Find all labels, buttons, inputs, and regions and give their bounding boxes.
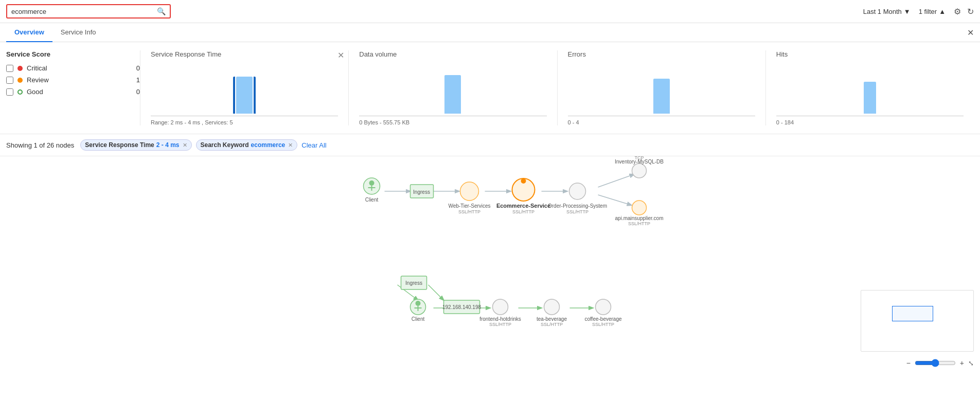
- volume-bar: [444, 75, 461, 114]
- node-inventory-mysql[interactable]: Inventory-MySQL-DB TCP: [615, 156, 664, 178]
- filter-chip-keyword[interactable]: Search Keyword ecommerce ✕: [196, 139, 298, 151]
- node-inventory-sublabel: TCP: [635, 156, 644, 160]
- filter-chip-response-time[interactable]: Service Response Time 2 - 4 ms ✕: [80, 139, 191, 151]
- good-checkbox[interactable]: [6, 88, 13, 96]
- tab-service-info[interactable]: Service Info: [52, 23, 104, 42]
- node-client-lower[interactable]: Client: [411, 299, 426, 322]
- node-ip192[interactable]: 192.168.140.198: [442, 300, 482, 314]
- svg-point-5: [460, 182, 479, 201]
- nodes-count-label: Showing 1 of 26 nodes: [6, 141, 74, 149]
- hits-bar: [864, 82, 876, 114]
- response-range: Range: 2 ms - 4 ms , Services: 5: [151, 119, 338, 125]
- mini-map: [861, 290, 974, 352]
- time-filter-button[interactable]: Last 1 Month ▼: [863, 8, 911, 15]
- volume-chart: [359, 62, 546, 114]
- review-label: Review: [27, 76, 132, 84]
- map-area: Client Ingress Web-Tier-Services SSL/HTT…: [0, 156, 980, 372]
- node-coffee-beverage[interactable]: coffee-beverage SSL/HTTP: [584, 299, 622, 327]
- node-frontend-hotdrinks[interactable]: frontend-hotdrinks SSL/HTTP: [479, 299, 521, 327]
- refresh-icon[interactable]: ↻: [967, 7, 974, 16]
- edge-ingress-lower-ip: [429, 285, 444, 300]
- metric-hits: Hits 0 - 184: [765, 50, 974, 125]
- metric-data-volume: Data volume 0 Bytes - 555.75 KB: [348, 50, 557, 125]
- top-icons: ⚙ ↻: [954, 7, 974, 16]
- filter-badge[interactable]: 1 filter ▲: [919, 8, 946, 15]
- svg-point-19: [596, 299, 611, 315]
- node-frontend-label: frontend-hotdrinks: [479, 316, 521, 322]
- node-ingress-upper[interactable]: Ingress: [411, 185, 434, 198]
- search-icon: 🔍: [157, 7, 166, 15]
- settings-icon[interactable]: ⚙: [954, 7, 961, 16]
- search-input[interactable]: ecommerce: [11, 8, 157, 15]
- expand-icon[interactable]: ⤡: [968, 359, 974, 367]
- topology-container[interactable]: Client Ingress Web-Tier-Services SSL/HTT…: [0, 156, 980, 372]
- critical-checkbox[interactable]: [6, 65, 13, 72]
- chip-close-kw[interactable]: ✕: [288, 142, 293, 149]
- node-api-sublabel: SSL/HTTP: [628, 221, 650, 226]
- tab-overview[interactable]: Overview: [6, 23, 52, 42]
- zoom-out-button[interactable]: −: [904, 358, 913, 368]
- metric-close-icon[interactable]: ✕: [337, 50, 344, 60]
- metric-volume-title: Data volume: [359, 50, 546, 58]
- node-client-upper-label: Client: [365, 197, 379, 203]
- bar-marker-right: [254, 77, 256, 114]
- good-count: 0: [136, 88, 140, 96]
- chevron-down-icon: ▼: [904, 8, 911, 15]
- metric-response-title: Service Response Time: [151, 50, 338, 58]
- topology-svg: Client Ingress Web-Tier-Services SSL/HTT…: [0, 156, 980, 372]
- score-review: Review 1: [6, 76, 140, 84]
- search-box[interactable]: ecommerce 🔍: [6, 4, 171, 19]
- node-ecommerce-label: Ecommerce-Service: [496, 203, 550, 209]
- node-tea-beverage[interactable]: tea-beverage SSL/HTTP: [537, 299, 567, 327]
- node-web-tier[interactable]: Web-Tier-Services SSL/HTTP: [448, 182, 490, 214]
- node-client-upper[interactable]: Client: [364, 178, 380, 203]
- node-order-sublabel: SSL/HTTP: [566, 209, 589, 214]
- node-api-label: api.mainsupplier.com: [615, 215, 664, 221]
- score-good: Good 0: [6, 88, 140, 96]
- close-icon[interactable]: ✕: [967, 28, 974, 38]
- metric-errors-title: Errors: [568, 50, 755, 58]
- response-time-chart: [151, 62, 338, 114]
- node-ip-label: 192.168.140.198: [442, 304, 482, 310]
- hits-chart: [776, 62, 964, 114]
- chevron-up-icon: ▲: [939, 8, 946, 15]
- svg-point-10: [632, 201, 647, 215]
- svg-point-1: [369, 180, 375, 186]
- chip-val-rt: 2 - 4 ms: [156, 141, 180, 149]
- time-filter-label: Last 1 Month: [863, 8, 902, 15]
- metric-response-time: Service Response Time ✕ Range: 2 ms - 4 …: [140, 50, 348, 125]
- node-api-main[interactable]: api.mainsupplier.com SSL/HTTP: [615, 201, 664, 226]
- node-order-processing[interactable]: Order-Processing-System SSL/HTTP: [548, 183, 607, 214]
- zoom-slider[interactable]: [915, 359, 956, 367]
- svg-point-13: [416, 301, 421, 306]
- svg-point-18: [544, 299, 560, 315]
- clear-all-button[interactable]: Clear All: [301, 141, 326, 149]
- node-coffee-sublabel: SSL/HTTP: [592, 322, 614, 327]
- top-right: Last 1 Month ▼ 1 filter ▲ ⚙ ↻: [863, 7, 974, 16]
- errors-range: 0 - 4: [568, 119, 755, 125]
- node-ecommerce[interactable]: Ecommerce-Service SSL/HTTP: [496, 178, 550, 214]
- zoom-in-button[interactable]: +: [958, 358, 966, 368]
- node-tea-label: tea-beverage: [537, 316, 567, 322]
- hits-range: 0 - 184: [776, 119, 964, 125]
- top-bar: ecommerce 🔍 Last 1 Month ▼ 1 filter ▲ ⚙ …: [0, 0, 980, 23]
- node-coffee-label: coffee-beverage: [584, 316, 622, 322]
- filter-bar: Showing 1 of 26 nodes Service Response T…: [0, 134, 980, 156]
- review-checkbox[interactable]: [6, 77, 13, 84]
- chart-line: [151, 116, 338, 116]
- critical-count: 0: [136, 64, 140, 72]
- tabs-bar: Overview Service Info ✕: [0, 23, 980, 42]
- node-client-lower-label: Client: [412, 316, 425, 322]
- chart-line-hits: [776, 116, 964, 116]
- mini-map-highlight: [892, 306, 933, 321]
- chip-label-rt: Service Response Time: [85, 141, 154, 149]
- chip-close-rt[interactable]: ✕: [183, 142, 187, 149]
- node-ingress-lower[interactable]: Ingress: [401, 276, 427, 289]
- metrics-row: Service Score Critical 0 Review 1 Good 0…: [0, 42, 980, 134]
- edge-order-inventory: [598, 174, 634, 187]
- metric-errors: Errors 0 - 4: [557, 50, 765, 125]
- zoom-controls: − + ⤡: [904, 358, 974, 368]
- volume-range: 0 Bytes - 555.75 KB: [359, 119, 546, 125]
- service-score-title: Service Score: [6, 50, 140, 58]
- good-label: Good: [27, 88, 132, 96]
